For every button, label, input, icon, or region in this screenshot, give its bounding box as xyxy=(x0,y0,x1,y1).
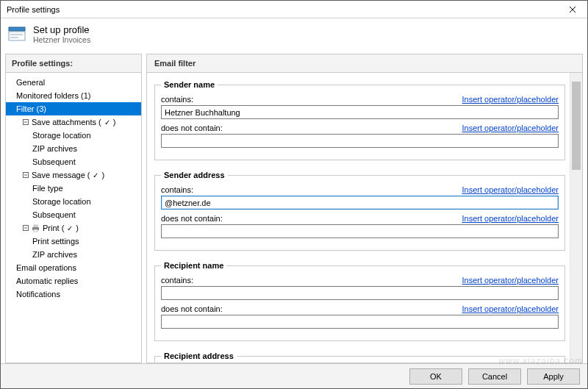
sidebar-item-notifications[interactable]: Notifications xyxy=(6,288,141,301)
sidebar-heading: Profile settings: xyxy=(6,54,141,73)
group-sender-name: Sender name contains:Insert operator/pla… xyxy=(154,80,565,160)
profile-icon xyxy=(8,25,26,43)
label-contains: contains: xyxy=(161,276,193,285)
header-text: Set up profile Hetzner Invoices xyxy=(33,24,90,44)
legend-recipient-address: Recipient address xyxy=(161,351,237,360)
sidebar-item-storage-location-msg[interactable]: Storage location xyxy=(6,195,141,208)
sidebar-item-file-type[interactable]: File type xyxy=(6,182,141,195)
legend-sender-name: Sender name xyxy=(161,80,218,89)
vertical-scrollbar[interactable] xyxy=(570,73,582,363)
sidebar-item-print-zip[interactable]: ZIP archives xyxy=(6,248,141,261)
label-not-contains: does not contain: xyxy=(161,304,223,313)
insert-operator-link[interactable]: Insert operator/placeholder xyxy=(462,185,559,194)
sidebar-item-filter[interactable]: Filter (3) xyxy=(6,102,141,115)
svg-rect-11 xyxy=(34,225,37,227)
window-title: Profile settings xyxy=(7,5,60,14)
close-button[interactable] xyxy=(558,1,587,18)
label-contains: contains: xyxy=(161,185,193,194)
sidebar: Profile settings: General Monitored fold… xyxy=(5,54,142,363)
legend-recipient-name: Recipient name xyxy=(161,261,226,270)
svg-rect-1 xyxy=(9,32,25,40)
collapse-icon[interactable] xyxy=(22,172,29,179)
group-recipient-name: Recipient name contains:Insert operator/… xyxy=(154,261,565,341)
sidebar-item-subsequent[interactable]: Subsequent xyxy=(6,155,141,168)
sender-address-contains-input[interactable] xyxy=(161,196,559,210)
header-title: Set up profile xyxy=(33,24,90,35)
ok-button[interactable]: OK xyxy=(409,368,462,385)
apply-button[interactable]: Apply xyxy=(527,368,580,385)
svg-rect-12 xyxy=(34,229,37,232)
sender-name-contains-input[interactable] xyxy=(161,105,559,119)
insert-operator-link[interactable]: Insert operator/placeholder xyxy=(462,214,559,223)
insert-operator-link[interactable]: Insert operator/placeholder xyxy=(462,95,559,104)
sender-name-not-contains-input[interactable] xyxy=(161,134,559,148)
insert-operator-link[interactable]: Insert operator/placeholder xyxy=(462,276,559,285)
sidebar-item-general[interactable]: General xyxy=(6,76,141,89)
check-icon: ✓ xyxy=(104,118,110,126)
sidebar-item-storage-location[interactable]: Storage location xyxy=(6,129,141,142)
label-contains: contains: xyxy=(161,95,193,104)
sender-address-not-contains-input[interactable] xyxy=(161,224,559,238)
sidebar-item-save-attachments[interactable]: Save attachments (✓) xyxy=(6,115,141,129)
collapse-icon[interactable] xyxy=(22,119,29,126)
sidebar-item-subsequent-msg[interactable]: Subsequent xyxy=(6,208,141,221)
sidebar-item-automatic-replies[interactable]: Automatic replies xyxy=(6,274,141,288)
label-not-contains: does not contain: xyxy=(161,124,223,132)
cancel-button[interactable]: Cancel xyxy=(468,368,521,385)
profile-settings-window: Profile settings Set up profile Hetzner … xyxy=(0,0,588,389)
footer: OK Cancel Apply xyxy=(1,363,587,388)
sidebar-item-print-settings[interactable]: Print settings xyxy=(6,235,141,248)
collapse-icon[interactable] xyxy=(22,225,29,232)
recipient-name-contains-input[interactable] xyxy=(161,286,559,300)
main-panel: Email filter Sender name contains:Insert… xyxy=(146,54,583,363)
close-icon xyxy=(569,6,576,13)
check-icon: ✓ xyxy=(93,171,98,179)
sidebar-item-email-operations[interactable]: Email operations xyxy=(6,261,141,274)
label-not-contains: does not contain: xyxy=(161,214,223,223)
main-heading: Email filter xyxy=(147,54,582,73)
filter-fields: Sender name contains:Insert operator/pla… xyxy=(147,73,570,363)
sidebar-item-print[interactable]: Print (✓) xyxy=(6,221,141,235)
header: Set up profile Hetzner Invoices xyxy=(1,18,587,49)
titlebar: Profile settings xyxy=(1,1,587,18)
svg-rect-0 xyxy=(9,27,25,31)
group-recipient-address: Recipient address contains:Insert operat… xyxy=(154,351,565,363)
body: Profile settings: General Monitored fold… xyxy=(1,49,587,363)
sidebar-item-monitored-folders[interactable]: Monitored folders (1) xyxy=(6,89,141,102)
scrollbar-thumb[interactable] xyxy=(572,82,581,170)
printer-icon xyxy=(32,224,40,232)
insert-operator-link[interactable]: Insert operator/placeholder xyxy=(462,124,559,132)
settings-tree: General Monitored folders (1) Filter (3)… xyxy=(6,73,141,363)
recipient-name-not-contains-input[interactable] xyxy=(161,315,559,329)
sidebar-item-save-message[interactable]: Save message (✓) xyxy=(6,168,141,182)
group-sender-address: Sender address contains:Insert operator/… xyxy=(154,171,565,251)
check-icon: ✓ xyxy=(67,224,73,232)
sidebar-item-zip-archives[interactable]: ZIP archives xyxy=(6,142,141,155)
insert-operator-link[interactable]: Insert operator/placeholder xyxy=(462,304,559,313)
header-subtitle: Hetzner Invoices xyxy=(33,35,90,44)
legend-sender-address: Sender address xyxy=(161,171,228,179)
